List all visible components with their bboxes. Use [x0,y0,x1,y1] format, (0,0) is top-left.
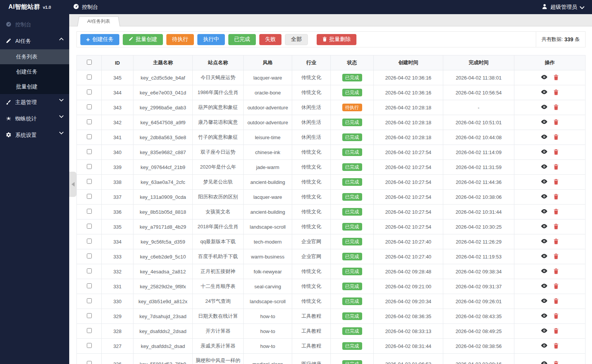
row-checkbox[interactable] [87,89,92,94]
view-button[interactable] [538,89,550,96]
batch-delete-button[interactable]: 批量删除 [317,34,356,45]
filter-pending-button[interactable]: 待执行 [166,34,194,45]
delete-button[interactable] [551,208,561,216]
row-checkbox[interactable] [87,104,92,109]
cell-actions [514,145,585,160]
sidebar-collapse-handle[interactable] [69,172,76,197]
row-checkbox[interactable] [87,268,92,273]
cell-finished-time: 2026-04-02 11:38:01 [443,70,514,85]
row-checkbox[interactable] [87,328,92,333]
batch-create-button[interactable]: 批量创建 [123,34,163,45]
sidebar-item-ai-tasks[interactable]: AI任务 [0,33,69,49]
trash-icon [553,208,559,216]
sidebar-item-system-settings[interactable]: 系统设置 [0,127,69,143]
row-checkbox[interactable] [87,119,92,124]
navbar-console-link[interactable]: 控制台 [73,3,98,11]
delete-button[interactable] [551,164,561,171]
row-checkbox[interactable] [87,75,92,80]
sidebar-item-topic-management[interactable]: 主题管理 [0,94,69,110]
delete-button[interactable] [551,313,561,320]
row-checkbox[interactable] [87,164,92,169]
delete-button[interactable] [551,268,561,275]
row-checkbox[interactable] [87,224,92,229]
view-button[interactable] [538,343,550,349]
delete-button[interactable] [551,193,561,201]
delete-button[interactable] [551,223,561,231]
view-button[interactable] [538,361,550,364]
delete-button[interactable] [551,89,561,96]
status-badge: 已完成 [342,178,362,186]
view-button[interactable] [538,223,550,230]
cell-finished-time: 2026-04-02 11:26:29 [443,234,514,249]
view-button[interactable] [538,208,550,215]
delete-button[interactable] [551,328,561,335]
row-checkbox[interactable] [87,361,92,364]
row-checkbox[interactable] [87,283,92,288]
sidebar-item-batch-create[interactable]: 批量创建 [0,79,69,94]
delete-button[interactable] [551,179,561,186]
sidebar-item-task-list[interactable]: 任务列表 [0,49,69,64]
row-checkbox[interactable] [87,209,92,214]
delete-button[interactable] [551,134,561,141]
view-button[interactable] [538,179,550,185]
row-checkbox[interactable] [87,343,92,348]
cell-id: 332 [102,264,133,279]
cell-site-name: 十二生肖顺序表 [193,279,244,294]
row-checkbox[interactable] [87,179,92,184]
delete-button[interactable] [551,238,561,245]
row-checkbox[interactable] [87,149,92,154]
row-checkbox[interactable] [87,194,92,199]
sidebar-item-create-task[interactable]: 创建任务 [0,64,69,79]
view-button[interactable] [538,268,550,275]
cell-actions [514,249,585,264]
delete-button[interactable] [551,283,561,290]
row-checkbox-cell [77,354,102,364]
app-version: v1.0 [43,5,51,10]
view-button[interactable] [538,164,550,171]
user-menu[interactable]: 超级管理员 [542,3,584,11]
cell-actions [514,115,585,130]
view-button[interactable] [538,253,550,260]
delete-button[interactable] [551,253,561,260]
view-button[interactable] [538,193,550,200]
filter-running-button[interactable]: 执行中 [197,34,225,45]
delete-button[interactable] [551,119,561,126]
view-button[interactable] [538,149,550,156]
row-checkbox-cell [77,324,102,339]
select-all-checkbox[interactable] [87,60,92,65]
cell-created-time: 2026-04-02 10:28:18 [374,115,443,130]
create-task-button[interactable]: + 创建任务 [80,34,119,45]
delete-button[interactable] [551,104,561,111]
row-checkbox[interactable] [87,134,92,139]
delete-button[interactable] [551,343,561,350]
view-button[interactable] [538,298,550,305]
view-button[interactable] [538,238,550,245]
row-checkbox[interactable] [87,313,92,318]
delete-button[interactable] [551,298,561,305]
delete-button[interactable] [551,361,561,364]
view-button[interactable] [538,104,550,111]
delete-button[interactable] [551,74,561,81]
view-button[interactable] [538,74,550,81]
view-button[interactable] [538,283,550,290]
row-checkbox[interactable] [87,298,92,303]
gear-icon [6,132,11,139]
filter-all-button[interactable]: 全部 [285,34,308,45]
table-row: 334 key_9c56fc5a_d359 qq最新版本下载 tech-mode… [77,234,585,249]
row-checkbox[interactable] [87,253,92,258]
cell-site-name: 竹子的寓意和象征 [193,130,244,145]
view-button[interactable] [538,328,550,335]
view-button[interactable] [538,134,550,141]
filter-failed-button[interactable]: 失败 [259,34,281,45]
delete-button[interactable] [551,149,561,156]
sidebar-item-spider-stats[interactable]: 蜘蛛统计 [0,110,69,127]
row-checkbox[interactable] [87,239,92,244]
status-badge: 已完成 [342,360,362,364]
filter-done-button[interactable]: 已完成 [228,34,256,45]
view-button[interactable] [538,313,550,320]
cell-industry: 医疗健康 [292,354,331,364]
view-button[interactable] [538,119,550,126]
tab-ai-task-list[interactable]: AI任务列表 [77,16,120,26]
cell-style: lacquer-ware [244,190,292,205]
cell-industry: 传统文化 [292,85,331,100]
